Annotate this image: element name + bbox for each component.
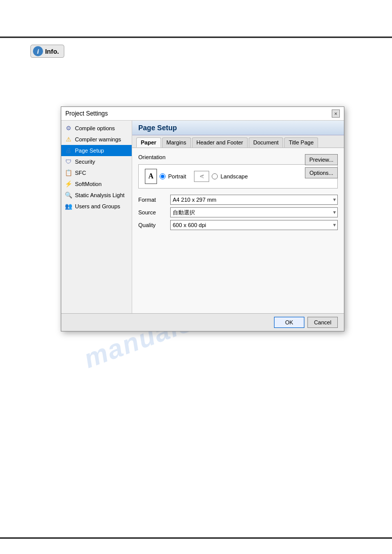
dialog-title: Project Settings [65,110,108,117]
top-border [0,36,392,38]
right-panel: Page Setup Paper Margins Header and Foot… [132,121,344,313]
static-analysis-icon: 🔍 [64,191,72,199]
quality-select[interactable]: 600 x 600 dpi [170,220,338,230]
tab-margins[interactable]: Margins [162,137,191,147]
source-label: Source [138,209,166,215]
sidebar-item-users-groups[interactable]: 👥 Users and Groups [61,201,132,212]
dialog-close-button[interactable]: × [332,109,340,118]
panel-header: Page Setup [132,121,344,135]
sidebar-item-users-groups-label: Users and Groups [75,203,120,209]
tab-header-footer[interactable]: Header and Footer [192,137,248,147]
users-groups-icon: 👥 [64,202,72,210]
landscape-radio[interactable] [212,173,218,179]
source-row: Source 自動選択 ▼ [138,207,338,217]
sidebar-item-security[interactable]: 🛡 Security [61,156,132,167]
softmotion-icon: ⚡ [64,180,72,188]
ok-button[interactable]: OK [274,317,304,328]
sidebar-item-softmotion-label: SoftMotion [75,181,102,187]
compile-options-icon: ⚙ [64,124,72,132]
sidebar-item-sfc-label: SFC [75,170,86,176]
sidebar-item-security-label: Security [75,159,95,165]
format-select-wrapper: A4 210 x 297 mm ▼ [170,195,338,205]
sidebar-item-compiler-warnings[interactable]: ⚠ Compiler warnings [61,134,132,145]
source-select[interactable]: 自動選択 [170,207,338,217]
sidebar-item-sfc[interactable]: 📋 SFC [61,167,132,178]
dialog-titlebar: Project Settings × [61,107,344,121]
sidebar-item-static-analysis-label: Static Analysis Light [75,192,125,198]
landscape-icon: A [194,171,209,182]
info-text: Info. [45,48,59,55]
sidebar-item-compiler-warnings-label: Compiler warnings [75,136,121,142]
project-settings-dialog: Project Settings × ⚙ Compile options ⚠ C… [61,106,344,331]
tab-title-page[interactable]: Title Page [284,137,318,147]
portrait-label: Portrait [168,173,186,179]
options-button[interactable]: Options... [305,167,338,178]
dialog-footer: OK Cancel [61,313,344,331]
sidebar-item-page-setup[interactable]: 🖨 Page Setup [61,145,132,156]
dialog-area: Project Settings × ⚙ Compile options ⚠ C… [61,106,344,331]
sidebar-item-page-setup-label: Page Setup [75,147,104,154]
side-buttons: Preview... Options... [305,154,338,178]
sidebar-item-compile-options[interactable]: ⚙ Compile options [61,123,132,134]
sidebar-item-softmotion[interactable]: ⚡ SoftMotion [61,178,132,190]
tab-content-paper: Orientation A Portrait [132,148,344,313]
tabs-bar: Paper Margins Header and Footer Document… [132,135,344,148]
tab-document[interactable]: Document [249,137,283,147]
bottom-border [0,537,392,539]
form-fields: Format A4 210 x 297 mm ▼ Source [138,195,338,230]
info-badge: i Info. [30,45,64,58]
sidebar-item-static-analysis[interactable]: 🔍 Static Analysis Light [61,190,132,201]
quality-row: Quality 600 x 600 dpi ▼ [138,220,338,230]
sfc-icon: 📋 [64,169,72,177]
quality-select-wrapper: 600 x 600 dpi ▼ [170,220,338,230]
tab-paper[interactable]: Paper [136,137,161,147]
format-select[interactable]: A4 210 x 297 mm [170,195,338,205]
dialog-body: ⚙ Compile options ⚠ Compiler warnings 🖨 … [61,121,344,313]
info-icon: i [33,46,43,56]
source-select-wrapper: 自動選択 ▼ [170,207,338,217]
portrait-radio[interactable] [160,173,166,179]
sidebar-item-compile-options-label: Compile options [75,125,115,131]
preview-button[interactable]: Preview... [305,154,338,165]
format-label: Format [138,197,166,203]
page-setup-icon: 🖨 [64,146,72,155]
landscape-label: Landscape [220,173,248,179]
compiler-warnings-icon: ⚠ [64,135,72,143]
landscape-option: A Landscape [194,171,248,182]
portrait-option: A Portrait [145,169,186,184]
cancel-button[interactable]: Cancel [307,317,338,328]
security-icon: 🛡 [64,158,72,166]
format-row: Format A4 210 x 297 mm ▼ [138,195,338,205]
sidebar: ⚙ Compile options ⚠ Compiler warnings 🖨 … [61,121,132,313]
portrait-icon: A [145,169,157,184]
quality-label: Quality [138,222,166,228]
